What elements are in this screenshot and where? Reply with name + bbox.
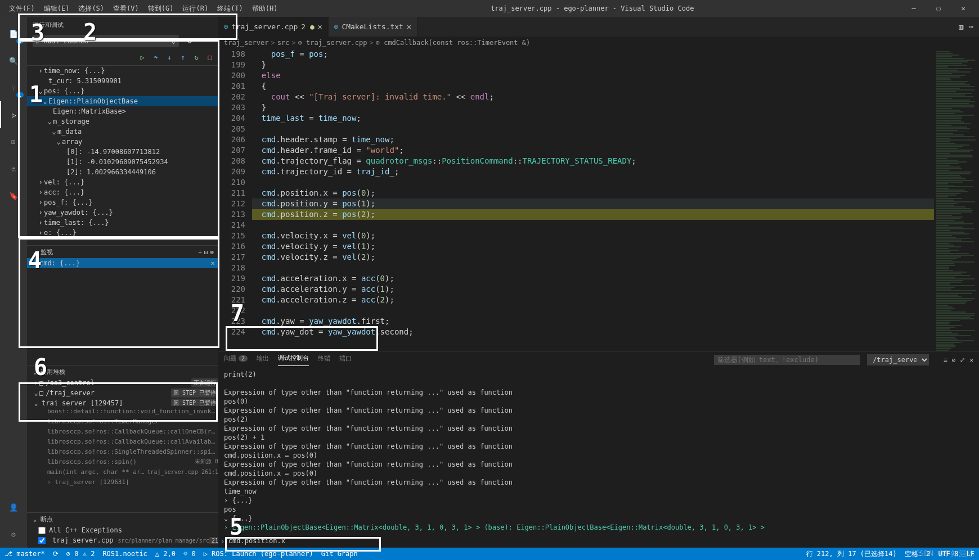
callstack-thread[interactable]: ›□/so3_control正在运行: [27, 378, 218, 388]
debug-config-select[interactable]: ▷ ROS: Launch ⌄: [33, 35, 179, 47]
variable-row[interactable]: t_cur: 5.315099901: [27, 76, 218, 86]
status-item[interactable]: ▷ ROS: Launch (ego-planner): [204, 550, 313, 558]
variable-row[interactable]: ›acc: {...}: [27, 187, 218, 197]
breadcrumb-segment[interactable]: traj_server: [224, 39, 268, 47]
watch-title[interactable]: ⌄监视 + ⊟ ⊗: [27, 246, 218, 258]
status-item[interactable]: ROS1.noetic: [102, 550, 147, 558]
close-icon[interactable]: ✕: [407, 22, 411, 31]
restart-button[interactable]: ↻: [190, 51, 203, 64]
callstack-frame[interactable]: librosccp.so!ros::spin()未知源 0: [27, 457, 218, 467]
variable-row[interactable]: ⌄m_data: [27, 127, 218, 137]
filter-input[interactable]: [714, 355, 860, 365]
remove-all-icon[interactable]: ⊗: [210, 249, 214, 256]
add-watch-icon[interactable]: +: [198, 249, 202, 256]
minimize-button[interactable]: —: [902, 2, 925, 15]
stop-button[interactable]: □: [204, 51, 216, 64]
variable-row[interactable]: [1]: -0.01029609075452934: [27, 157, 218, 167]
search-icon[interactable]: 🔍: [0, 47, 27, 74]
callstack-frame[interactable]: librosccp.so!ros::SingleThreadedSpinner:…: [27, 446, 218, 457]
menu-item[interactable]: 编辑(E): [39, 2, 74, 16]
variable-row[interactable]: Eigen::MatrixBase>: [27, 106, 218, 116]
variable-row[interactable]: [0]: -14.97008607713812: [27, 147, 218, 157]
menu-item[interactable]: 文件(F): [5, 2, 39, 16]
minimap[interactable]: [934, 49, 979, 351]
callstack-frame[interactable]: main(int argc, char ** argv)traj_server.…: [27, 467, 218, 477]
menu-item[interactable]: 帮助(H): [248, 2, 282, 16]
status-item[interactable]: ☼ 0: [183, 550, 196, 558]
test-icon[interactable]: ⚗: [0, 155, 27, 182]
callstack-frame[interactable]: librosccp.so!ros::CallbackQueue::callOne…: [27, 426, 218, 436]
menu-item[interactable]: 终端(T): [213, 2, 248, 16]
tab-problems[interactable]: 问题2: [224, 354, 248, 366]
menu-item[interactable]: 查看(V): [109, 2, 143, 16]
debug-console-input[interactable]: [228, 537, 977, 545]
menu-item[interactable]: 运行(R): [178, 2, 213, 16]
variable-row[interactable]: ⌄m_storage: [27, 116, 218, 127]
callstack-thread[interactable]: ⌄□/traj_server因 STEP 已暂停: [27, 388, 218, 398]
continue-button[interactable]: ▷: [136, 51, 149, 64]
more-icon[interactable]: ⋯: [969, 22, 973, 31]
extensions-icon[interactable]: ⊞: [0, 128, 27, 155]
tab-output[interactable]: 输出: [257, 354, 269, 366]
debug-icon[interactable]: ▷: [0, 101, 27, 128]
variable-row[interactable]: ›yaw_yawdot: {...}: [27, 207, 218, 218]
split-icon[interactable]: ▥: [959, 22, 963, 31]
status-item[interactable]: ⊘ 0 ⚠ 2: [66, 550, 95, 558]
status-item[interactable]: ⎇ master*: [5, 550, 45, 558]
editor-tab[interactable]: ⊕traj_server.cpp2 ●✕: [218, 17, 329, 37]
variable-row[interactable]: ⌄Eigen::PlainObjectBase: [27, 96, 218, 106]
collapse-icon[interactable]: ⊟: [204, 249, 208, 256]
callstack-frame[interactable]: librosccp.so!ros::CallbackQueue::callAva…: [27, 436, 218, 446]
callstack-title[interactable]: ⌄调用堆栈: [27, 365, 218, 378]
step-out-button[interactable]: ↑: [177, 51, 189, 64]
step-over-button[interactable]: ↷: [150, 51, 162, 64]
step-into-button[interactable]: ↓: [163, 51, 176, 64]
more-icon[interactable]: ⋯: [200, 35, 213, 47]
tab-ports[interactable]: 端口: [339, 354, 352, 366]
variable-row[interactable]: ›time_last: {...}: [27, 218, 218, 228]
menu-item[interactable]: 转到(G): [143, 2, 178, 16]
maximize-button[interactable]: ▢: [927, 2, 950, 15]
settings-icon[interactable]: ⚙: [0, 521, 27, 548]
breadcrumb[interactable]: traj_server>src>⊕ traj_server.cpp>⊕ cmdC…: [218, 37, 979, 49]
status-item[interactable]: 行 212, 列 17 (已选择14): [806, 549, 897, 559]
clear-icon[interactable]: ⊘: [952, 356, 956, 364]
breakpoint-row[interactable]: traj_server.cppsrc/planner/plan_manage/s…: [27, 535, 218, 545]
close-button[interactable]: ✕: [952, 2, 974, 15]
variable-row[interactable]: ›vel: {...}: [27, 177, 218, 187]
menu-item[interactable]: 选择(S): [74, 2, 109, 16]
status-item[interactable]: △ 2,0: [155, 550, 176, 558]
breadcrumb-segment[interactable]: ⊕ cmdCallback(const ros::TimerEvent &): [376, 39, 531, 47]
watch-row[interactable]: ›cmd: {...}✕: [27, 258, 218, 268]
variable-row[interactable]: ⌄pos: {...}: [27, 86, 218, 96]
breakpoint-row[interactable]: All C++ Exceptions: [27, 525, 218, 535]
callstack-frame[interactable]: › traj_server [129631]: [27, 477, 218, 487]
variable-row[interactable]: ›e: {...}: [27, 228, 218, 238]
variable-row[interactable]: ›pos_f: {...}: [27, 197, 218, 207]
list-icon[interactable]: ≡: [944, 356, 947, 364]
close-panel-icon[interactable]: ✕: [969, 356, 973, 364]
breakpoint-checkbox[interactable]: [38, 527, 46, 534]
account-icon[interactable]: 👤: [0, 494, 27, 521]
breadcrumb-segment[interactable]: ⊕ traj_server.cpp: [298, 39, 367, 47]
status-item[interactable]: ⟳: [53, 550, 59, 558]
gear-icon[interactable]: ⚙: [183, 35, 196, 47]
callstack-frame[interactable]: librosccp.so!ros::TimerManager: [27, 416, 218, 426]
callstack-thread[interactable]: ⌄traj_server [129457]因 STEP 已暂停: [27, 398, 218, 406]
callstack-frame[interactable]: boost::detail::function::void_function_i…: [27, 406, 218, 416]
breadcrumb-segment[interactable]: src: [277, 39, 290, 47]
variable-row[interactable]: ⌄array: [27, 137, 218, 147]
tab-terminal[interactable]: 终端: [318, 354, 330, 366]
editor-tab[interactable]: ⊕CMakeLists.txt✕: [329, 17, 417, 37]
variable-row[interactable]: ›time_now: {...}: [27, 66, 218, 76]
tab-debug-console[interactable]: 调试控制台: [278, 354, 309, 366]
variable-row[interactable]: [2]: 1.002966334449106: [27, 167, 218, 177]
close-icon[interactable]: ✕: [211, 259, 218, 267]
breakpoint-checkbox[interactable]: [38, 537, 46, 544]
maximize-panel-icon[interactable]: ⤢: [960, 356, 965, 364]
session-select[interactable]: /traj_server: [867, 354, 929, 365]
breakpoints-title[interactable]: ⌄断点: [27, 513, 218, 525]
code-editor[interactable]: pos_f = pos; } else { cout << "[Traj ser…: [252, 49, 934, 351]
explorer-icon[interactable]: 📄1: [0, 20, 27, 47]
status-item[interactable]: Git Graph: [321, 550, 358, 558]
